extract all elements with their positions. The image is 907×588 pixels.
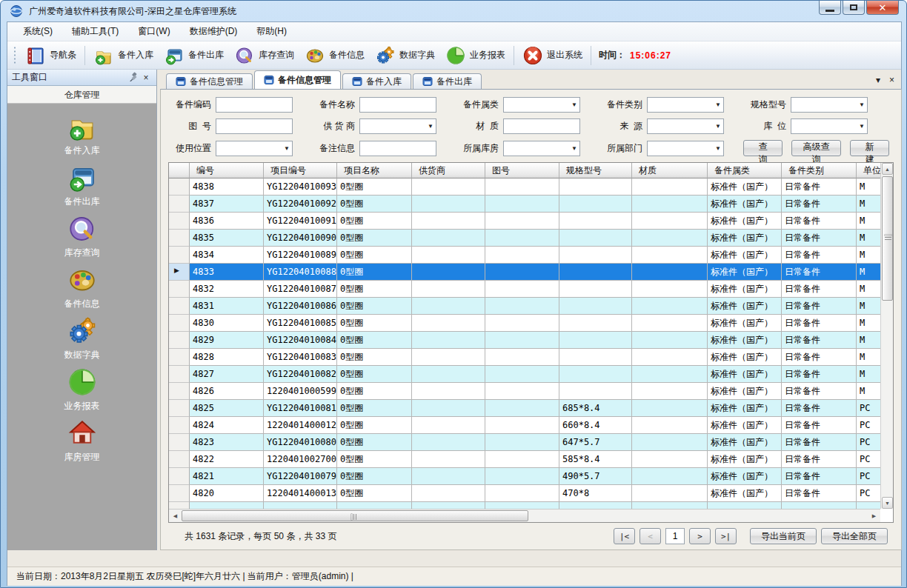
toolbar-grip[interactable] [13, 46, 16, 65]
sidebar-section-title[interactable]: 仓库管理 [7, 86, 156, 104]
row-selector[interactable] [169, 213, 190, 230]
table-row[interactable]: 4830 YG12204010085 0型圈 标准件（国产） 日常备件 [169, 315, 880, 332]
column-header[interactable]: 单位 [857, 163, 880, 178]
first-page-button[interactable]: |< [614, 528, 635, 544]
menu-item[interactable]: 帮助(H) [247, 22, 296, 41]
scroll-up-icon[interactable]: ▲ [882, 163, 893, 175]
column-header[interactable]: 项目编号 [264, 163, 337, 178]
table-row[interactable]: 4831 YG12204010086 0型圈 标准件（国产） 日常备件 [169, 298, 880, 315]
row-selector[interactable] [169, 366, 190, 383]
horizontal-scrollbar[interactable]: ◀ ▶ [169, 509, 880, 522]
toolbar-parts-out-button[interactable]: 备件出库 [159, 43, 229, 68]
table-row[interactable]: 4835 YG12204010090 0型圈 标准件（国产） 日常备件 [169, 230, 880, 247]
table-row[interactable]: 4825 YG12204010081 0型圈 685*8.4 标准件（国产） 日… [169, 400, 880, 417]
row-selector[interactable] [169, 383, 190, 400]
scroll-right-icon[interactable]: ▶ [868, 510, 880, 521]
column-header[interactable]: 材质 [632, 163, 708, 178]
toolbar-parts-info-button[interactable]: 备件信息 [299, 43, 370, 68]
table-row[interactable]: 4829 YG12204010084 0型圈 标准件（国产） 日常备件 [169, 332, 880, 349]
column-header[interactable]: 规格型号 [559, 163, 632, 178]
category-select[interactable]: ▼ [503, 97, 580, 113]
horizontal-scroll-thumb[interactable] [182, 510, 528, 521]
menu-item[interactable]: 窗口(W) [128, 22, 179, 41]
new-button[interactable]: 新建 [850, 140, 889, 156]
table-row[interactable]: 4820 1220401400013 0型圈 470*8 标准件（国产） 日常备… [169, 485, 880, 502]
last-page-button[interactable]: >| [715, 528, 737, 544]
menu-item[interactable]: 系统(S) [13, 22, 62, 41]
maximize-button[interactable] [843, 1, 865, 15]
code-input[interactable] [216, 97, 293, 113]
column-header[interactable]: 备件属类 [708, 163, 782, 178]
query-button[interactable]: 查询 [743, 140, 783, 156]
drawing-input[interactable] [216, 118, 293, 134]
row-selector[interactable] [169, 417, 190, 434]
scroll-left-icon[interactable]: ◀ [170, 510, 181, 521]
column-header[interactable]: 备件类别 [782, 163, 857, 178]
scroll-down-icon[interactable]: ▼ [882, 497, 893, 509]
row-selector[interactable] [169, 468, 190, 485]
sidebar-item-warehouse[interactable]: 库房管理 [38, 418, 127, 464]
table-row[interactable]: 4824 1220401400012 0型圈 660*8.4 标准件（国产） 日… [169, 417, 880, 434]
tab[interactable]: 备件出库 [413, 73, 482, 89]
vertical-scrollbar[interactable]: ▲ ▼ [880, 163, 893, 509]
column-header[interactable]: 编号 [190, 163, 264, 178]
row-selector[interactable] [169, 264, 190, 281]
table-row[interactable]: 4836 YG12204010091 0型圈 标准件（国产） 日常备件 [169, 213, 880, 230]
location-select[interactable]: ▼ [791, 118, 868, 134]
table-row[interactable]: 4827 YG12204010082 0型圈 标准件（国产） 日常备件 [169, 366, 880, 383]
next-page-button[interactable]: > [689, 528, 711, 544]
remark-input[interactable] [359, 141, 436, 156]
pin-icon[interactable] [128, 71, 140, 84]
column-header[interactable]: 项目名称 [337, 163, 412, 178]
table-row[interactable]: 4838 YG12204010093 0型圈 标准件（国产） 日常备件 [169, 178, 880, 196]
sidebar-item-report[interactable]: 业务报表 [38, 367, 127, 412]
minimize-button[interactable] [819, 1, 841, 15]
row-selector[interactable] [169, 485, 190, 502]
close-button[interactable]: ✕ [866, 1, 899, 15]
row-selector[interactable] [169, 332, 190, 349]
sidebar-item-stock-query[interactable]: 库存查询 [38, 213, 127, 259]
column-header[interactable]: 供货商 [412, 163, 485, 178]
sidebar-item-parts-info[interactable]: 备件信息 [38, 264, 127, 310]
prev-page-button[interactable]: < [639, 528, 661, 544]
row-selector[interactable] [169, 196, 190, 213]
table-row[interactable]: 4834 YG12204010089 0型圈 标准件（国产） 日常备件 [169, 247, 880, 264]
advanced-query-button[interactable]: 高级查询 [791, 140, 842, 156]
department-select[interactable]: ▼ [647, 141, 724, 156]
page-number-input[interactable] [665, 528, 685, 544]
source-select[interactable]: ▼ [647, 118, 724, 134]
table-row[interactable]: 4832 YG12204010087 0型圈 标准件（国产） 日常备件 [169, 281, 880, 298]
column-header[interactable]: 图号 [485, 163, 559, 178]
toolbar-navbar-button[interactable]: 导航条 [20, 43, 82, 68]
toolbar-report-button[interactable]: 业务报表 [440, 43, 511, 68]
toolbar-data-dict-button[interactable]: 数据字典 [370, 43, 440, 68]
row-selector[interactable] [169, 451, 190, 468]
tab[interactable]: 备件信息管理 [166, 73, 253, 89]
table-row[interactable]: 4823 YG12204010080 0型圈 647*5.7 标准件（国产） 日… [169, 434, 880, 451]
tab[interactable]: 备件信息管理 [254, 70, 341, 89]
spec-select[interactable]: ▼ [791, 97, 868, 113]
material-input[interactable] [503, 118, 580, 134]
table-row[interactable]: 4826 1220401000599 0型圈 标准件（国产） 日常备件 [169, 383, 880, 400]
use-position-select[interactable]: ▼ [216, 141, 293, 156]
row-selector[interactable] [169, 230, 190, 247]
row-selector[interactable] [169, 349, 190, 366]
export-all-button[interactable]: 导出全部页 [821, 528, 888, 544]
tab-close-icon[interactable]: × [889, 75, 894, 85]
row-selector[interactable] [169, 400, 190, 417]
tab[interactable]: 备件入库 [342, 73, 411, 89]
table-row[interactable]: 4822 1220401002700 0型圈 585*8.4 标准件（国产） 日… [169, 451, 880, 468]
toolbar-parts-in-button[interactable]: 备件入库 [88, 43, 159, 68]
table-row[interactable]: 4833 YG12204010088 0型圈 标准件（国产） 日常备件 [169, 264, 880, 281]
vertical-scroll-thumb[interactable] [882, 176, 893, 301]
tab-scroll-icon[interactable]: ▾ [876, 75, 880, 85]
sidebar-item-parts-out[interactable]: 备件出库 [38, 162, 127, 208]
row-selector[interactable] [169, 178, 190, 196]
table-row[interactable]: 4837 YG12204010092 0型圈 标准件（国产） 日常备件 [169, 196, 880, 213]
table-row[interactable]: 4828 YG12204010083 0型圈 标准件（国产） 日常备件 [169, 349, 880, 366]
sidebar-item-data-dict[interactable]: 数据字典 [38, 315, 127, 361]
name-input[interactable] [359, 97, 436, 113]
sidebar-item-parts-in[interactable]: 备件入库 [38, 111, 127, 157]
toolbar-stock-query-button[interactable]: 库存查询 [229, 43, 299, 68]
toolbar-exit-button[interactable]: 退出系统 [517, 43, 588, 68]
